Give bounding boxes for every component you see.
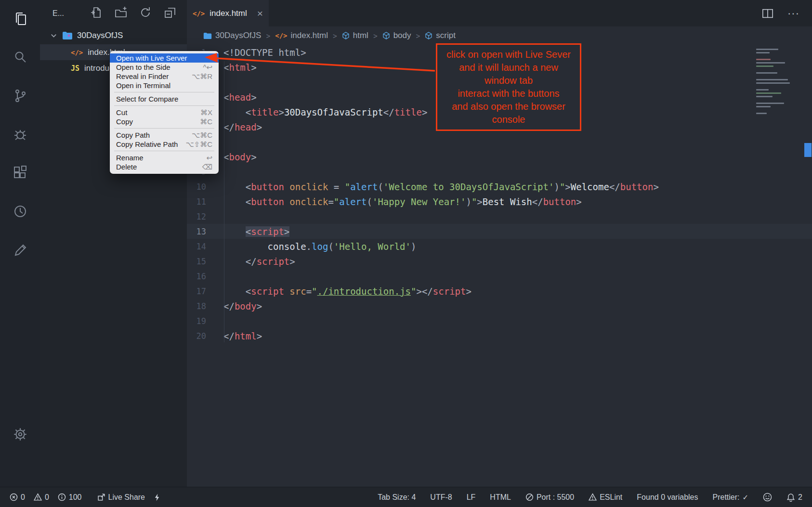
error-count: 0 [21,493,25,502]
activity-item-explorer[interactable] [12,11,28,27]
eslint-status[interactable]: ESLint [589,493,622,502]
line-number: 17 [187,286,206,296]
files-icon [13,11,28,26]
code-line-7[interactable]: 7 [187,134,812,149]
folder-icon [203,32,212,39]
menu-item-copy[interactable]: Copy⌘C [110,117,219,126]
bell-icon [786,493,795,502]
lightning-button[interactable] [154,493,161,502]
menu-item-delete[interactable]: Delete⌫ [110,162,219,171]
activity-item-feedback[interactable] [12,242,28,258]
menu-item-select-for-compare[interactable]: Select for Compare [110,94,219,104]
menu-item-open-to-the-side[interactable]: Open to the Side^↩ [110,63,219,72]
code-line-20[interactable]: 20</html> [187,328,812,343]
explorer-root-folder[interactable]: 30DaysOfJS [40,27,187,44]
code-line-16[interactable]: 16 [187,269,812,284]
annotation-line: window tab [438,74,579,87]
code-line-18[interactable]: 18</body> [187,299,812,313]
info-count: 100 [69,493,82,502]
line-number: 11 [187,197,206,207]
collapse-all-button[interactable] [164,6,176,21]
extensions-icon [13,165,28,181]
problems-warnings[interactable]: 0 [34,493,49,502]
menu-item-open-with-live-server[interactable]: Open with Live Server [110,53,219,63]
info-icon [58,493,66,501]
activity-item-extensions[interactable] [12,165,28,181]
line-number: 14 [187,242,206,251]
tab-index-html[interactable]: </> index.html × [187,0,269,26]
status-right-group: Tab Size: 4 UTF-8 LF HTML Port : 5500 ES… [378,493,802,502]
encoding-indicator[interactable]: UTF-8 [430,493,452,502]
tab-size-indicator[interactable]: Tab Size: 4 [378,493,416,502]
code-line-13[interactable]: 13 <script> [187,224,812,239]
code-line-8[interactable]: 8<body> [187,149,812,164]
refresh-button[interactable] [139,6,152,21]
breadcrumb-item-script[interactable]: script [425,31,456,40]
eol-indicator[interactable]: LF [467,493,476,502]
code-line-9[interactable]: 9 [187,164,812,179]
menu-item-rename[interactable]: Rename↩ [110,153,219,162]
code-line-17[interactable]: 17 <script src="./introduction.js"></scr… [187,284,812,299]
menu-separator [114,128,214,129]
line-number: 13 [187,227,206,236]
code-line-10[interactable]: 10 <button onclick = "alert('Welcome to … [187,179,812,194]
activity-bar [0,0,40,487]
more-actions-icon[interactable]: ··· [787,7,799,20]
activity-item-history[interactable] [12,203,28,220]
activity-item-manage[interactable] [12,426,28,442]
breadcrumb-item-body[interactable]: body [382,31,411,40]
activity-item-source-control[interactable] [12,88,28,104]
html-file-icon: </> [193,10,205,17]
minimap[interactable] [756,49,802,114]
close-tab-icon[interactable]: × [257,8,263,18]
vscode-window: E... [0,0,812,507]
menu-separator [114,105,214,106]
annotation-line: and also open the browser [438,100,579,113]
overview-cursor-marker [804,143,812,157]
annotation-line: interact with the buttons [438,87,579,100]
activity-item-search[interactable] [12,49,28,65]
split-editor-icon[interactable] [761,8,774,19]
breadcrumb-item-file[interactable]: </> index.html [275,31,328,40]
tab-bar: </> index.html × ··· [187,0,812,26]
problems-errors[interactable]: 0 [10,493,25,502]
code-line-15[interactable]: 15 </script> [187,254,812,269]
editor-actions: ··· [761,0,812,26]
error-icon [10,493,18,501]
activity-item-run-debug[interactable] [12,126,28,143]
language-indicator[interactable]: HTML [490,493,511,502]
symbol-cube-icon [342,32,350,39]
info-counter[interactable]: 100 [58,493,82,502]
variables-indicator[interactable]: Found 0 variables [637,493,698,502]
code-icon: </> [275,32,287,39]
breadcrumb-separator: > [266,32,270,40]
live-share-button[interactable]: Live Share [97,493,145,502]
menu-item-reveal-in-finder[interactable]: Reveal in Finder⌥⌘R [110,72,219,81]
notifications-bell[interactable]: 2 [786,493,802,502]
menu-item-copy-relative-path[interactable]: Copy Relative Path⌥⇧⌘C [110,140,219,149]
menu-item-copy-path[interactable]: Copy Path⌥⌘C [110,130,219,140]
breadcrumb-separator: > [416,32,420,40]
live-server-port[interactable]: Port : 5500 [525,493,574,502]
code-line-11[interactable]: 11 <button onclick="alert('Happy New Yea… [187,194,812,209]
breadcrumb-item-folder[interactable]: 30DaysOfJS [203,31,261,40]
new-folder-button[interactable] [115,6,127,21]
code-line-12[interactable]: 12 [187,209,812,224]
feedback-smiley[interactable] [763,493,772,502]
status-bar: 0 0 100 Live Share Tab Size: 4 [0,487,812,507]
menu-item-cut[interactable]: Cut⌘X [110,108,219,117]
symbol-cube-icon [382,32,390,39]
new-file-button[interactable] [90,6,103,21]
scrollbar[interactable] [804,45,812,487]
code-line-14[interactable]: 14 console.log('Hello, World') [187,239,812,254]
menu-item-open-in-terminal[interactable]: Open in Terminal [110,81,219,90]
root-folder-label: 30DaysOfJS [77,31,123,40]
prettier-status[interactable]: Prettier: ✓ [713,493,749,502]
smiley-icon [763,493,772,502]
code-line-19[interactable]: 19 [187,313,812,328]
git-branch-icon [13,88,28,104]
gear-icon [13,427,28,442]
breadcrumb-item-html[interactable]: html [342,31,368,40]
annotation-box: click on open with Live Sever and it wil… [436,43,581,131]
breadcrumb: 30DaysOfJS > </> index.html > html > bod… [187,26,812,45]
